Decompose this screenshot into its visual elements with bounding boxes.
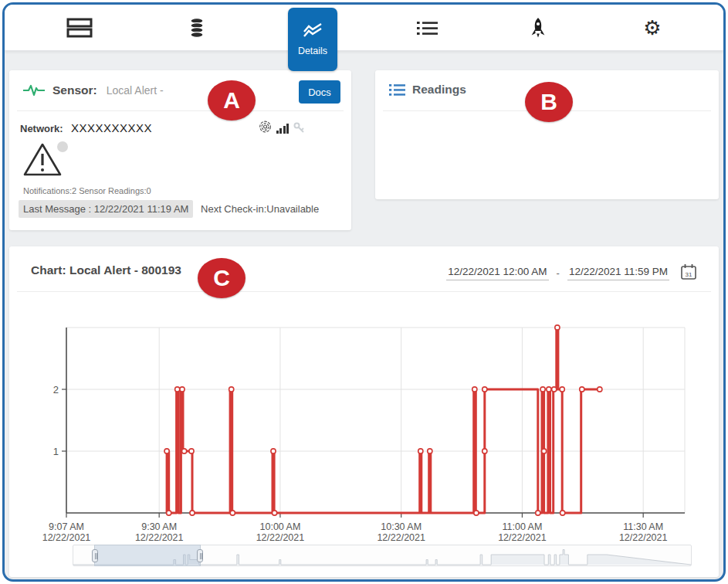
callout-badge-c: C — [198, 258, 245, 298]
notifications-summary: Notifications:2 Sensor Readings:0 — [23, 186, 151, 195]
date-to-field[interactable]: 12/22/2021 11:59 PM — [567, 266, 669, 280]
chart-card: Chart: Local Alert - 800193 12/22/2021 1… — [9, 246, 719, 577]
rocket-icon — [528, 17, 548, 39]
docs-button[interactable]: Docs — [299, 80, 340, 104]
svg-text:12/22/2021: 12/22/2021 — [498, 532, 547, 543]
tab-details-label: Details — [298, 46, 327, 56]
svg-text:11:30 AM: 11:30 AM — [623, 521, 663, 532]
tab-settings[interactable]: ⚙ — [625, 5, 679, 51]
tab-readings-list[interactable] — [400, 5, 454, 51]
svg-text:10:30 AM: 10:30 AM — [381, 521, 422, 532]
top-navbar: ⚙ — [5, 5, 723, 51]
database-icon — [189, 17, 205, 39]
chart-lines-icon — [303, 22, 323, 38]
sensor-card: Sensor: Local Alert - Docs Network: XXXX… — [9, 70, 351, 230]
svg-text:2: 2 — [53, 384, 59, 396]
date-range-separator: - — [557, 267, 560, 279]
svg-text:1: 1 — [53, 446, 59, 457]
svg-text:10:00 AM: 10:00 AM — [260, 521, 301, 532]
navigator-handle-right[interactable] — [197, 549, 203, 562]
callout-badge-a: A — [208, 80, 256, 121]
network-label: Network: — [20, 123, 63, 134]
pulse-icon — [23, 83, 46, 98]
svg-text:31: 31 — [686, 271, 692, 278]
app-frame: ⚙ Details Sensor: Local Alert - Docs Net… — [2, 2, 726, 582]
key-icon — [293, 122, 305, 134]
rows-icon — [66, 18, 93, 39]
svg-text:9:30 AM: 9:30 AM — [141, 521, 177, 532]
next-checkin-text: Next Check-in:Unavailable — [201, 203, 319, 215]
sensor-name: Local Alert - — [107, 84, 164, 97]
readings-title: Readings — [412, 83, 466, 97]
tab-data[interactable] — [170, 5, 224, 51]
signal-strength-icon — [276, 124, 290, 134]
last-message-chip: Last Message : 12/22/2021 11:19 AM — [19, 200, 193, 218]
svg-text:12/22/2021: 12/22/2021 — [42, 532, 91, 543]
list-icon — [417, 20, 438, 36]
readings-card: Readings B — [375, 70, 719, 199]
alert-indicator — [22, 141, 63, 182]
muted-dot-icon — [57, 141, 68, 152]
divider — [17, 110, 344, 111]
network-value: XXXXXXXXXX — [71, 121, 152, 134]
svg-text:12/22/2021: 12/22/2021 — [619, 532, 668, 543]
gear-icon: ⚙ — [643, 18, 661, 38]
chart-title: Chart: Local Alert - 800193 — [31, 263, 181, 277]
chart-navigator[interactable] — [73, 545, 692, 566]
navigator-selection[interactable] — [94, 545, 201, 566]
navigator-handle-left[interactable] — [92, 549, 98, 562]
calendar-button[interactable]: 31 — [680, 263, 697, 283]
divider — [17, 291, 711, 292]
readings-list-icon — [389, 83, 405, 97]
sensor-readings-chart[interactable]: 129:07 AM12/22/20219:30 AM12/22/202110:0… — [22, 304, 709, 544]
svg-text:12/22/2021: 12/22/2021 — [377, 532, 425, 543]
date-from-field[interactable]: 12/22/2021 12:00 AM — [446, 266, 548, 280]
sensor-title-label: Sensor: — [52, 83, 97, 97]
fingerprint-icon — [259, 120, 272, 134]
callout-badge-b: B — [525, 82, 573, 122]
tab-launch[interactable] — [511, 5, 565, 51]
svg-text:11:00 AM: 11:00 AM — [502, 521, 542, 532]
svg-text:9:07 AM: 9:07 AM — [49, 521, 84, 532]
svg-text:12/22/2021: 12/22/2021 — [135, 532, 184, 543]
svg-text:12/22/2021: 12/22/2021 — [256, 532, 305, 543]
date-range-picker: 12/22/2021 12:00 AM - 12/22/2021 11:59 P… — [446, 263, 697, 283]
calendar-icon: 31 — [680, 263, 697, 280]
tab-overview[interactable] — [52, 5, 107, 51]
tab-details-active[interactable]: Details — [288, 8, 337, 71]
